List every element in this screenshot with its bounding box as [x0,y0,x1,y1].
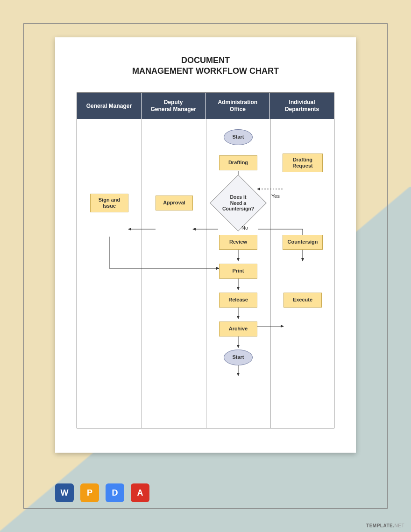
swimlane-header: General Manager DeputyGeneral Manager Ad… [77,93,334,119]
label-no: No [241,225,248,231]
node-release: Release [219,293,257,308]
lane-divider [270,119,271,428]
node-approval: Approval [156,196,193,210]
node-start: Start [224,129,253,145]
node-execute: Execute [283,293,322,308]
node-print: Print [219,264,257,279]
title-line2: MANAGEMENT WORKFLOW CHART [55,66,356,77]
node-archive: Archive [219,322,257,336]
watermark-light: NET [395,523,405,528]
word-icon: W [55,483,74,502]
node-countersign: Countersign [283,235,323,250]
node-sign-issue: Sign andIssue [90,194,128,212]
watermark-bold: TEMPLATE. [366,523,394,528]
node-drafting-request: DraftingRequest [283,154,323,172]
pages-icon: P [80,483,99,502]
lanes-body: Start Drafting DraftingRequest Does itNe… [77,119,334,428]
title-line1: DOCUMENT [55,55,356,66]
watermark: TEMPLATE.NET [366,523,404,528]
col-individual-depts: IndividualDepartments [270,93,334,119]
page-title: DOCUMENT MANAGEMENT WORKFLOW CHART [55,55,356,77]
node-drafting: Drafting [219,155,257,170]
pdf-icon: A [131,483,149,502]
format-icons-row: W P D A [55,483,149,502]
decision-text: Does itNeed aCountersign? [220,194,257,212]
col-deputy-manager: DeputyGeneral Manager [142,93,206,119]
lane-divider [206,119,206,428]
col-admin-office: AdministrationOffice [206,93,270,119]
node-end: Start [224,350,253,365]
google-docs-icon: D [106,483,124,502]
node-decision: Does itNeed aCountersign? [218,183,258,223]
col-general-manager: General Manager [77,93,142,119]
document-page: DOCUMENT MANAGEMENT WORKFLOW CHART Gener… [55,37,356,453]
label-yes: Yes [271,193,280,199]
node-review: Review [219,235,257,250]
swimlane-container: General Manager DeputyGeneral Manager Ad… [77,92,334,428]
lane-divider [142,119,142,428]
